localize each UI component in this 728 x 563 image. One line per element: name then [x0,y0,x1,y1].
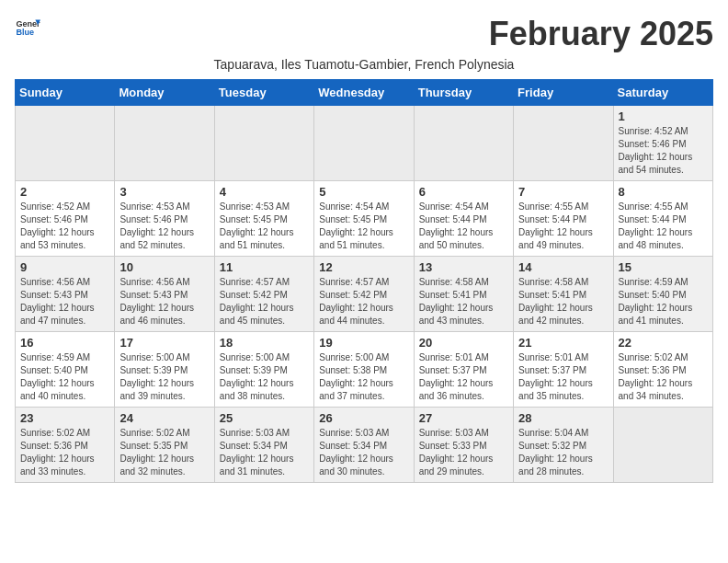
calendar-cell: 18Sunrise: 5:00 AMSunset: 5:39 PMDayligh… [214,332,313,408]
day-number: 5 [319,185,408,199]
day-info: Sunrise: 5:02 AMSunset: 5:36 PMDaylight:… [20,427,109,478]
col-saturday: Saturday [613,80,712,106]
calendar-cell: 26Sunrise: 5:03 AMSunset: 5:34 PMDayligh… [314,408,414,483]
calendar-cell: 6Sunrise: 4:54 AMSunset: 5:44 PMDaylight… [414,181,513,257]
day-info: Sunrise: 4:57 AMSunset: 5:42 PMDaylight:… [319,276,408,327]
month-title: February 2025 [489,15,713,53]
calendar-cell: 23Sunrise: 5:02 AMSunset: 5:36 PMDayligh… [16,408,115,483]
calendar-cell: 25Sunrise: 5:03 AMSunset: 5:34 PMDayligh… [214,408,313,483]
col-friday: Friday [514,80,613,106]
day-number: 12 [319,260,408,274]
calendar-cell: 4Sunrise: 4:53 AMSunset: 5:45 PMDaylight… [214,181,313,257]
day-number: 6 [419,185,508,199]
calendar-cell [613,408,712,483]
day-info: Sunrise: 4:52 AMSunset: 5:46 PMDaylight:… [20,201,109,252]
calendar-week-row: 16Sunrise: 4:59 AMSunset: 5:40 PMDayligh… [16,332,713,408]
day-info: Sunrise: 4:56 AMSunset: 5:43 PMDaylight:… [119,276,209,327]
day-number: 14 [518,260,608,274]
day-number: 11 [220,260,309,274]
day-info: Sunrise: 5:03 AMSunset: 5:34 PMDaylight:… [319,427,408,478]
day-number: 20 [419,336,508,350]
calendar-cell: 12Sunrise: 4:57 AMSunset: 5:42 PMDayligh… [314,257,414,332]
calendar-week-row: 1Sunrise: 4:52 AMSunset: 5:46 PMDaylight… [16,106,713,181]
calendar-cell: 5Sunrise: 4:54 AMSunset: 5:45 PMDaylight… [314,181,414,257]
day-number: 24 [119,411,209,425]
calendar-cell: 24Sunrise: 5:02 AMSunset: 5:35 PMDayligh… [115,408,214,483]
day-number: 10 [119,260,209,274]
col-sunday: Sunday [16,80,115,106]
day-info: Sunrise: 5:04 AMSunset: 5:32 PMDaylight:… [518,427,608,478]
col-wednesday: Wednesday [314,80,414,106]
calendar-cell: 8Sunrise: 4:55 AMSunset: 5:44 PMDaylight… [613,181,712,257]
day-info: Sunrise: 4:54 AMSunset: 5:44 PMDaylight:… [419,201,508,252]
day-info: Sunrise: 5:01 AMSunset: 5:37 PMDaylight:… [518,351,608,403]
calendar-cell: 19Sunrise: 5:00 AMSunset: 5:38 PMDayligh… [314,332,414,408]
calendar-week-row: 23Sunrise: 5:02 AMSunset: 5:36 PMDayligh… [16,408,713,483]
day-info: Sunrise: 4:55 AMSunset: 5:44 PMDaylight:… [619,201,708,252]
calendar-cell [314,106,414,181]
day-number: 4 [220,185,309,199]
day-number: 21 [518,336,608,350]
day-number: 13 [419,260,508,274]
day-info: Sunrise: 5:03 AMSunset: 5:33 PMDaylight:… [419,427,508,478]
calendar-cell [414,106,513,181]
day-info: Sunrise: 4:53 AMSunset: 5:45 PMDaylight:… [220,201,309,252]
svg-text:Blue: Blue [16,28,34,37]
calendar-cell: 15Sunrise: 4:59 AMSunset: 5:40 PMDayligh… [613,257,712,332]
calendar-cell [214,106,313,181]
calendar-week-row: 9Sunrise: 4:56 AMSunset: 5:43 PMDaylight… [16,257,713,332]
day-info: Sunrise: 5:03 AMSunset: 5:34 PMDaylight:… [220,427,309,478]
day-number: 15 [619,260,708,274]
day-number: 2 [20,185,109,199]
day-number: 1 [619,109,708,123]
weekday-header-row: Sunday Monday Tuesday Wednesday Thursday… [16,80,713,106]
day-number: 22 [619,336,708,350]
header: General Blue February 2025 [15,15,713,53]
calendar-cell: 17Sunrise: 5:00 AMSunset: 5:39 PMDayligh… [115,332,214,408]
day-info: Sunrise: 5:00 AMSunset: 5:39 PMDaylight:… [220,351,309,403]
day-number: 8 [619,185,708,199]
day-info: Sunrise: 4:57 AMSunset: 5:42 PMDaylight:… [220,276,309,327]
day-info: Sunrise: 4:56 AMSunset: 5:43 PMDaylight:… [20,276,109,327]
calendar-cell [16,106,115,181]
calendar-cell: 27Sunrise: 5:03 AMSunset: 5:33 PMDayligh… [414,408,513,483]
calendar-cell: 11Sunrise: 4:57 AMSunset: 5:42 PMDayligh… [214,257,313,332]
day-info: Sunrise: 4:54 AMSunset: 5:45 PMDaylight:… [319,201,408,252]
calendar-week-row: 2Sunrise: 4:52 AMSunset: 5:46 PMDaylight… [16,181,713,257]
calendar-cell: 14Sunrise: 4:58 AMSunset: 5:41 PMDayligh… [514,257,613,332]
calendar-cell [514,106,613,181]
day-number: 26 [319,411,408,425]
day-info: Sunrise: 4:58 AMSunset: 5:41 PMDaylight:… [518,276,608,327]
calendar-cell: 9Sunrise: 4:56 AMSunset: 5:43 PMDaylight… [16,257,115,332]
day-number: 16 [20,336,109,350]
col-thursday: Thursday [414,80,513,106]
calendar-cell: 2Sunrise: 4:52 AMSunset: 5:46 PMDaylight… [16,181,115,257]
day-number: 18 [220,336,309,350]
day-number: 23 [20,411,109,425]
day-number: 7 [518,185,608,199]
day-number: 19 [319,336,408,350]
day-number: 17 [119,336,209,350]
day-info: Sunrise: 5:00 AMSunset: 5:39 PMDaylight:… [119,351,209,403]
day-number: 28 [518,411,608,425]
calendar-cell: 13Sunrise: 4:58 AMSunset: 5:41 PMDayligh… [414,257,513,332]
day-info: Sunrise: 5:01 AMSunset: 5:37 PMDaylight:… [419,351,508,403]
day-number: 27 [419,411,508,425]
calendar-cell: 21Sunrise: 5:01 AMSunset: 5:37 PMDayligh… [514,332,613,408]
day-info: Sunrise: 4:53 AMSunset: 5:46 PMDaylight:… [119,201,209,252]
day-info: Sunrise: 5:02 AMSunset: 5:35 PMDaylight:… [119,427,209,478]
calendar-cell [115,106,214,181]
day-info: Sunrise: 5:02 AMSunset: 5:36 PMDaylight:… [619,351,708,403]
calendar-cell: 22Sunrise: 5:02 AMSunset: 5:36 PMDayligh… [613,332,712,408]
day-info: Sunrise: 4:59 AMSunset: 5:40 PMDaylight:… [619,276,708,327]
calendar-cell: 16Sunrise: 4:59 AMSunset: 5:40 PMDayligh… [16,332,115,408]
col-monday: Monday [115,80,214,106]
logo-icon: General Blue [15,15,40,40]
day-number: 3 [119,185,209,199]
day-info: Sunrise: 4:52 AMSunset: 5:46 PMDaylight:… [619,125,708,177]
calendar-cell: 7Sunrise: 4:55 AMSunset: 5:44 PMDaylight… [514,181,613,257]
day-info: Sunrise: 5:00 AMSunset: 5:38 PMDaylight:… [319,351,408,403]
day-number: 9 [20,260,109,274]
calendar: Sunday Monday Tuesday Wednesday Thursday… [15,79,713,483]
day-number: 25 [220,411,309,425]
